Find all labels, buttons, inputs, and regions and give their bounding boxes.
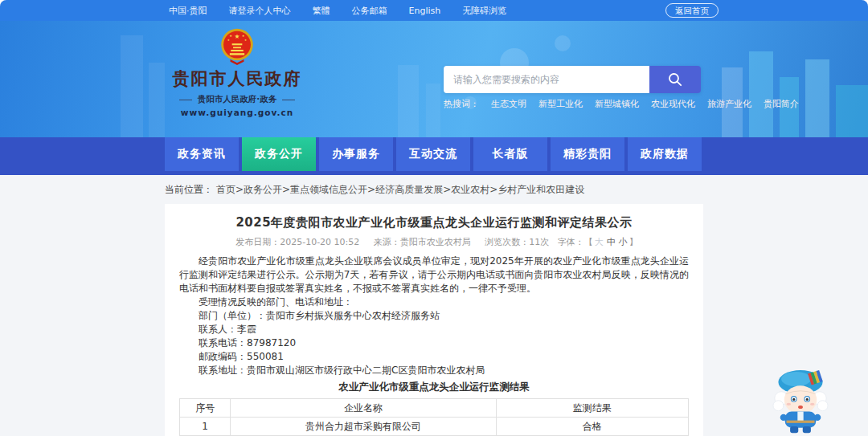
search-button[interactable] (649, 66, 701, 93)
search-input[interactable] (444, 66, 649, 93)
topbar-link-china-guiyang[interactable]: 中国·贵阳 (169, 5, 207, 17)
table-row: 1 贵州合力超市采购有限公司 合格 (180, 418, 689, 436)
hot-search-link-guiyang-intro[interactable]: 贵阳简介 (764, 98, 799, 110)
table-header-row: 序号 企业名称 监测结果 (180, 399, 689, 418)
font-size-label: 字体：【 (558, 237, 593, 247)
main-nav: 政务资讯 政务公开 办事服务 互动交流 长者版 精彩贵阳 政府数据 (0, 137, 868, 175)
contact-line-phone: 联系电话：87987120 (179, 336, 689, 350)
article-body: 经贵阳市农业产业化市级重点龙头企业联席会议成员单位审定，现对2025年开展的农业… (179, 255, 689, 377)
nav-tab-highlights[interactable]: 精彩贵阳 (551, 137, 624, 171)
article-title: 2025年度贵阳市农业产业化市级重点龙头企业运行监测和评定结果公示 (179, 215, 689, 230)
results-table-caption: 农业产业化市级重点龙头企业运行监测结果 (179, 381, 689, 394)
meta-source: 来源：贵阳市农业农村局 (374, 237, 471, 247)
contact-line-person: 联系人：李霞 (179, 323, 689, 336)
topbar-links: 中国·贵阳 请登录个人中心 繁體 公务邮箱 English 无障碍浏览 (169, 0, 506, 21)
search-box (444, 66, 701, 93)
svg-text:★: ★ (229, 34, 232, 38)
topbar-link-login[interactable]: 请登录个人中心 (229, 5, 291, 17)
article-meta: 发布日期：2025-10-20 10:52 来源：贵阳市农业农村局 浏览次数：1… (179, 236, 689, 248)
national-emblem-icon: ★ ★ ★ ★ ★ (219, 26, 256, 65)
table-header-company: 企业名称 (231, 399, 496, 418)
breadcrumb-label: 当前位置： (165, 183, 213, 197)
topbar-link-accessibility[interactable]: 无障碍浏览 (462, 5, 506, 17)
contact-line-postcode: 邮政编码：550081 (179, 350, 689, 364)
table-header-result: 监测结果 (496, 399, 688, 418)
article-paragraph: 经贵阳市农业产业化市级重点龙头企业联席会议成员单位审定，现对2025年开展的农业… (179, 255, 689, 295)
font-size-large-button[interactable]: 大 (595, 237, 604, 247)
table-cell-index: 1 (180, 418, 231, 436)
nav-tab-elderly-version[interactable]: 长者版 (473, 137, 547, 171)
breadcrumb: 当前位置： 首页>政务公开>重点领域信息公开>经济高质量发展>农业农村>乡村产业… (165, 175, 584, 204)
nav-tab-services[interactable]: 办事服务 (319, 137, 393, 171)
site-subtitle: 贵阳市人民政府·政务 (166, 94, 309, 105)
svg-text:★: ★ (235, 33, 240, 40)
article-card: 2025年度贵阳市农业产业化市级重点龙头企业运行监测和评定结果公示 发布日期：2… (165, 204, 703, 436)
topbar-link-english[interactable]: English (409, 6, 441, 16)
hot-search-link-urbanization[interactable]: 新型城镇化 (595, 98, 639, 110)
page: 中国·贵阳 请登录个人中心 繁體 公务邮箱 English 无障碍浏览 返回首页 (0, 0, 868, 436)
hot-search-link-agriculture[interactable]: 农业现代化 (651, 98, 695, 110)
table-header-index: 序号 (180, 399, 231, 418)
contact-line-department: 部门（单位）：贵阳市乡村振兴服务中心农村经济服务站 (179, 309, 689, 323)
banner: ★ ★ ★ ★ ★ 贵阳市人民政府 贵阳市人民政府·政务 www.guiyang… (0, 21, 868, 137)
site-logo[interactable]: ★ ★ ★ ★ ★ 贵阳市人民政府 贵阳市人民政府·政务 www.guiyang… (166, 26, 309, 117)
hot-search-label: 热搜词： (444, 98, 479, 110)
nav-tab-interaction[interactable]: 互动交流 (396, 137, 470, 171)
search-icon (667, 71, 683, 88)
meta-views: 浏览次数：11次 (485, 237, 549, 247)
breadcrumb-path[interactable]: 首页>政务公开>重点领域信息公开>经济高质量发展>农业农村>乡村产业和农田建设 (216, 183, 584, 197)
site-url: www.guiyang.gov.cn (166, 108, 309, 117)
contact-line-intro: 受理情况反映的部门、电话和地址： (179, 295, 689, 309)
results-table: 序号 企业名称 监测结果 1 贵州合力超市采购有限公司 合格 2 贵州友禾种业有… (179, 398, 689, 436)
hot-search-link-tourism[interactable]: 旅游产业化 (707, 98, 751, 110)
font-size-label-close: 】 (629, 237, 638, 247)
font-size-medium-button[interactable]: 中 (607, 237, 616, 247)
return-home-button[interactable]: 返回首页 (665, 3, 719, 18)
topbar-link-traditional-chinese[interactable]: 繁體 (313, 5, 330, 17)
svg-text:★: ★ (242, 34, 245, 38)
mascot-assistant[interactable] (764, 361, 837, 435)
top-bar: 中国·贵阳 请登录个人中心 繁體 公务邮箱 English 无障碍浏览 返回首页 (0, 0, 868, 21)
meta-publish-date: 发布日期：2025-10-20 10:52 (235, 237, 359, 247)
nav-tab-gov-data[interactable]: 政府数据 (628, 137, 702, 171)
cityscape-decoration (0, 21, 868, 137)
hot-search-link-industrialization[interactable]: 新型工业化 (538, 98, 583, 110)
contact-line-address: 联系地址：贵阳市观山湖区市级行政中心二期C区贵阳市农业农村局 (179, 364, 689, 377)
nav-tab-disclosure[interactable]: 政务公开 (242, 137, 316, 171)
nav-tab-news[interactable]: 政务资讯 (165, 137, 239, 171)
table-cell-company: 贵州合力超市采购有限公司 (231, 418, 496, 436)
topbar-link-official-mail[interactable]: 公务邮箱 (352, 5, 387, 17)
hot-search-link-ecology[interactable]: 生态文明 (491, 98, 526, 110)
svg-text:★: ★ (227, 39, 230, 42)
svg-text:★: ★ (244, 39, 247, 42)
site-title: 贵阳市人民政府 (166, 67, 309, 90)
font-size-small-button[interactable]: 小 (619, 237, 628, 247)
main-nav-tabs: 政务资讯 政务公开 办事服务 互动交流 长者版 精彩贵阳 政府数据 (165, 137, 702, 171)
hot-search-bar: 热搜词： 生态文明 新型工业化 新型城镇化 农业现代化 旅游产业化 贵阳简介 (444, 98, 799, 110)
table-cell-result: 合格 (496, 418, 688, 436)
